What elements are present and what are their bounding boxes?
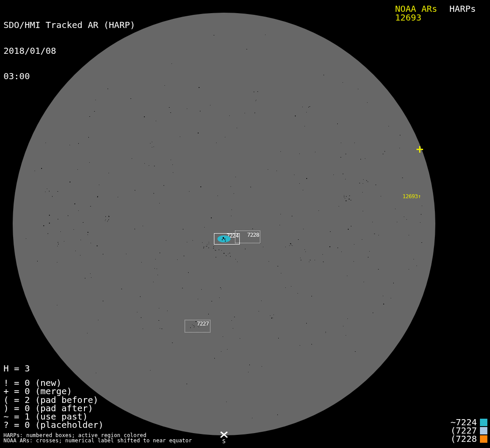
- sunspot-dot: [223, 237, 224, 239]
- plot-header: SDO/HMI Tracked AR (HARP) 2018/01/08 03:…: [4, 4, 135, 98]
- footnote-line: NOAA ARs: crosses; numerical label shift…: [4, 438, 192, 443]
- stats-line: ? = 0 (placeholder): [4, 421, 104, 429]
- harp-plot: SDO/HMI Tracked AR (HARP) 2018/01/08 03:…: [0, 0, 490, 448]
- plot-date: 2018/01/08: [4, 47, 135, 56]
- harp-box-7227: 7227: [185, 320, 210, 332]
- noaa-cross-icon-12693: [416, 146, 423, 153]
- south-pole-x-icon: [220, 431, 228, 438]
- harp-box-label: 7227: [197, 321, 209, 326]
- stats-legend: ! = 0 (new)+ = 0 (merge)( = 2 (pad befor…: [4, 379, 104, 430]
- footnotes: HARPs: numbered boxes; active region col…: [4, 433, 192, 444]
- plot-title: SDO/HMI Tracked AR (HARP): [4, 21, 135, 30]
- noaa-cross-label: 12693↑: [402, 193, 421, 199]
- harp-box-7228: 7228: [235, 231, 260, 243]
- sunspot-dot: [225, 241, 226, 242]
- harp-count: H = 3: [4, 363, 30, 374]
- plot-time: 03:00: [4, 72, 135, 81]
- harps-header: HARPs: [449, 5, 476, 13]
- harp-box-label: 7228: [247, 232, 259, 238]
- color-legend: ~7224(7227(7228: [451, 418, 487, 443]
- sunspot-dot: [224, 238, 225, 240]
- legend-swatch: [480, 419, 487, 426]
- legend-swatch: [480, 435, 487, 443]
- noaa-ar-number: 12693: [395, 14, 421, 22]
- south-pole-label: S: [222, 438, 226, 444]
- legend-row: (7228: [451, 435, 487, 443]
- sunspot-dot: [222, 239, 223, 240]
- active-region-blob-7224: [217, 235, 231, 242]
- legend-swatch: [480, 427, 487, 434]
- legend-label: (7228: [451, 435, 477, 443]
